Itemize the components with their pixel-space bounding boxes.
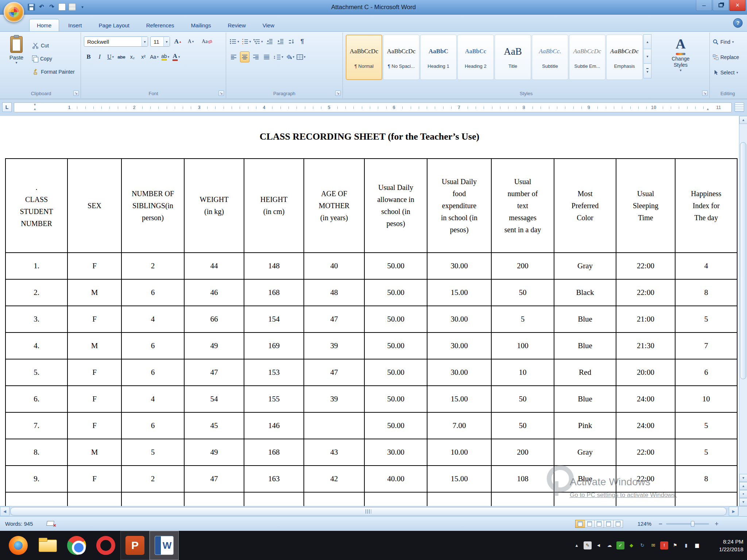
table-cell[interactable]: Pink xyxy=(554,412,616,439)
table-cell[interactable]: 5. xyxy=(5,359,67,386)
table-cell[interactable]: 6 xyxy=(121,332,184,359)
table-cell[interactable]: F xyxy=(67,386,121,412)
zoom-slider-thumb[interactable] xyxy=(691,521,694,527)
table-cell[interactable]: 49 xyxy=(184,332,244,359)
table-cell[interactable]: 7. xyxy=(5,412,67,439)
table-cell[interactable]: 47 xyxy=(184,359,244,386)
proofing-status-button[interactable]: × xyxy=(47,520,55,527)
table-cell[interactable]: 22:00 xyxy=(616,279,675,306)
table-cell[interactable]: M xyxy=(67,279,121,306)
table-cell[interactable]: 100 xyxy=(491,332,554,359)
style-subtle-emphasis[interactable]: AaBbCcDc Subtle Em... xyxy=(569,35,605,80)
table-cell[interactable]: 45 xyxy=(184,412,244,439)
table-cell[interactable]: 146 xyxy=(244,412,304,439)
table-cell[interactable]: 49 xyxy=(184,439,244,466)
table-cell[interactable]: 10 xyxy=(491,359,554,386)
table-cell[interactable]: 40 xyxy=(304,253,364,279)
strikethrough-button[interactable]: abe xyxy=(117,51,126,62)
select-button[interactable]: Select ▾ xyxy=(713,70,738,75)
table-cell[interactable] xyxy=(427,492,491,506)
graphics-tray-icon[interactable]: ◆ xyxy=(627,541,635,549)
table-cell[interactable]: 50 xyxy=(491,386,554,412)
tab-review[interactable]: Review xyxy=(220,19,253,31)
table-cell[interactable]: 3. xyxy=(5,306,67,332)
table-cell[interactable]: 50.00 xyxy=(364,306,427,332)
table-cell[interactable]: 1. xyxy=(5,253,67,279)
table-cell[interactable]: 24:00 xyxy=(616,386,675,412)
table-cell[interactable]: 10.00 xyxy=(427,439,491,466)
zoom-level[interactable]: 124% xyxy=(631,517,651,531)
table-cell[interactable]: 2 xyxy=(121,253,184,279)
table-cell[interactable]: 42 xyxy=(304,466,364,492)
view-ruler-toggle-button[interactable] xyxy=(735,102,744,112)
table-cell[interactable]: 22:00 xyxy=(616,253,675,279)
redo-button[interactable]: ↷ xyxy=(48,3,55,11)
bullets-button[interactable]: ▾ xyxy=(229,36,240,47)
align-right-button[interactable] xyxy=(251,51,260,62)
scroll-down-button[interactable]: ▼ xyxy=(739,474,747,482)
table-cell[interactable] xyxy=(554,492,616,506)
web-layout-view-button[interactable] xyxy=(594,520,604,528)
decrease-indent-button[interactable] xyxy=(265,36,274,47)
table-cell[interactable]: 47 xyxy=(304,306,364,332)
justify-button[interactable] xyxy=(262,51,271,62)
table-cell[interactable] xyxy=(5,492,67,506)
table-cell[interactable] xyxy=(304,492,364,506)
table-cell[interactable]: 50 xyxy=(491,279,554,306)
table-cell[interactable]: Blue xyxy=(554,332,616,359)
clear-formatting-button[interactable]: Aa xyxy=(201,36,212,47)
table-cell[interactable]: F xyxy=(67,253,121,279)
table-cell[interactable]: 168 xyxy=(244,279,304,306)
table-cell[interactable]: 21:30 xyxy=(616,332,675,359)
font-color-button[interactable]: A ▾ xyxy=(171,51,181,62)
replace-button[interactable]: Replace xyxy=(713,54,739,60)
table-cell[interactable]: 5 xyxy=(121,439,184,466)
table-cell[interactable]: 50.00 xyxy=(364,359,427,386)
clipboard-dialog-launcher[interactable]: ↘ xyxy=(73,90,79,96)
style-no-spacing[interactable]: AaBbCcDc ¶ No Spaci... xyxy=(383,35,419,80)
table-cell[interactable]: 47 xyxy=(184,466,244,492)
style-emphasis[interactable]: AaBbCcDc Emphasis xyxy=(606,35,643,80)
print-preview-button[interactable] xyxy=(69,3,76,11)
table-cell[interactable] xyxy=(675,492,737,506)
line-spacing-button[interactable]: ↕ ▾ xyxy=(273,51,284,62)
superscript-button[interactable]: x² xyxy=(139,51,148,62)
close-button[interactable]: × xyxy=(729,0,746,11)
change-case-button[interactable]: Aa▾ xyxy=(150,51,159,62)
table-cell[interactable]: 22:00 xyxy=(616,466,675,492)
next-page-button[interactable]: ▼ xyxy=(739,498,747,506)
vertical-scrollbar[interactable]: ▲ ▼ ▲ ● ▼ xyxy=(739,116,747,506)
increase-indent-button[interactable] xyxy=(276,36,285,47)
cut-button[interactable]: Cut xyxy=(32,40,49,51)
table-cell[interactable]: 50 xyxy=(491,412,554,439)
table-cell[interactable]: 43 xyxy=(304,439,364,466)
table-cell[interactable]: 30.00 xyxy=(427,253,491,279)
tab-insert[interactable]: Insert xyxy=(61,19,90,31)
paragraph-dialog-launcher[interactable]: ↘ xyxy=(335,90,341,96)
table-cell[interactable]: 4 xyxy=(675,253,737,279)
table-cell[interactable]: 30.00 xyxy=(427,332,491,359)
draft-view-button[interactable] xyxy=(613,520,623,528)
taskbar-firefox[interactable] xyxy=(4,531,33,560)
table-cell[interactable]: 6 xyxy=(121,279,184,306)
taskbar-powerpoint[interactable] xyxy=(120,531,150,560)
align-left-button[interactable] xyxy=(229,51,239,62)
volume-tray-icon[interactable]: ◄ xyxy=(595,541,603,549)
table-cell[interactable]: 50.00 xyxy=(364,412,427,439)
numbering-button[interactable]: ▾ xyxy=(241,36,252,47)
taskbar-word[interactable] xyxy=(150,531,179,560)
table-cell[interactable]: M xyxy=(67,332,121,359)
table-cell[interactable]: 4 xyxy=(121,386,184,412)
font-name-combo[interactable]: Rockwell ▾ xyxy=(84,36,148,47)
table-cell[interactable]: 8 xyxy=(675,279,737,306)
scroll-right-button[interactable]: ▶ xyxy=(729,507,738,516)
gallery-scroll-down-button[interactable]: ▾ xyxy=(643,49,651,64)
table-cell[interactable]: 15.00 xyxy=(427,466,491,492)
vertical-scroll-thumb[interactable] xyxy=(740,142,746,379)
table-cell[interactable]: 47 xyxy=(304,359,364,386)
show-paragraph-marks-button[interactable]: ¶ xyxy=(298,36,307,47)
tab-mailings[interactable]: Mailings xyxy=(183,19,219,31)
table-cell[interactable]: 200 xyxy=(491,439,554,466)
table-cell[interactable]: 6 xyxy=(121,359,184,386)
table-cell[interactable]: 30.00 xyxy=(427,359,491,386)
